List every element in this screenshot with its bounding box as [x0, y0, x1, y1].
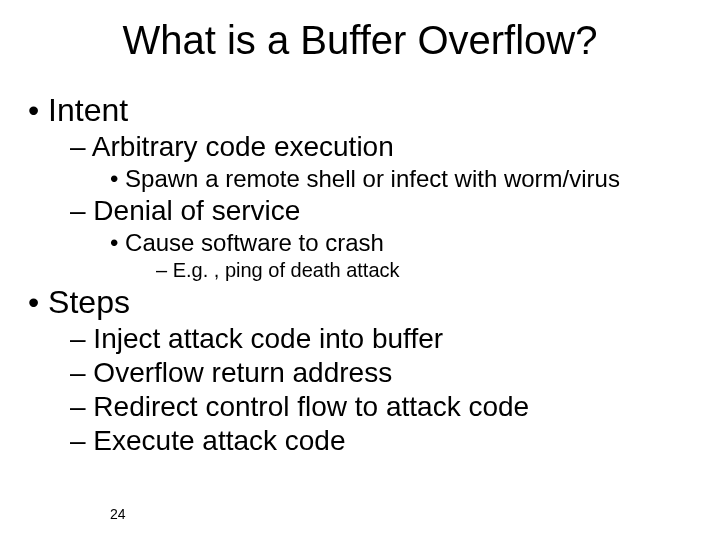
bullet-step-3-text: Redirect control flow to attack code	[93, 391, 529, 422]
bullet-arbitrary-code: – Arbitrary code execution	[70, 131, 700, 163]
bullet-step-1: – Inject attack code into buffer	[70, 323, 700, 355]
slide-title: What is a Buffer Overflow?	[0, 18, 720, 63]
bullet-dos: – Denial of service	[70, 195, 700, 227]
bullet-ping-of-death: – E.g. , ping of death attack	[156, 259, 700, 282]
bullet-ping-of-death-text: E.g. , ping of death attack	[173, 259, 400, 281]
bullet-step-2-text: Overflow return address	[93, 357, 392, 388]
bullet-crash: • Cause software to crash	[110, 229, 700, 257]
bullet-spawn-shell: • Spawn a remote shell or infect with wo…	[110, 165, 700, 193]
bullet-step-4: – Execute attack code	[70, 425, 700, 457]
bullet-steps-text: Steps	[48, 284, 130, 320]
bullet-dos-text: Denial of service	[93, 195, 300, 226]
slide-content: • Intent – Arbitrary code execution • Sp…	[28, 90, 700, 459]
bullet-arbitrary-code-text: Arbitrary code execution	[92, 131, 394, 162]
bullet-step-1-text: Inject attack code into buffer	[93, 323, 443, 354]
slide: What is a Buffer Overflow? • Intent – Ar…	[0, 0, 720, 540]
bullet-intent-text: Intent	[48, 92, 128, 128]
bullet-steps: • Steps	[28, 284, 700, 321]
bullet-intent: • Intent	[28, 92, 700, 129]
bullet-spawn-shell-text: Spawn a remote shell or infect with worm…	[125, 165, 620, 192]
bullet-crash-text: Cause software to crash	[125, 229, 384, 256]
bullet-step-2: – Overflow return address	[70, 357, 700, 389]
bullet-step-3: – Redirect control flow to attack code	[70, 391, 700, 423]
bullet-step-4-text: Execute attack code	[93, 425, 345, 456]
page-number: 24	[110, 506, 126, 522]
